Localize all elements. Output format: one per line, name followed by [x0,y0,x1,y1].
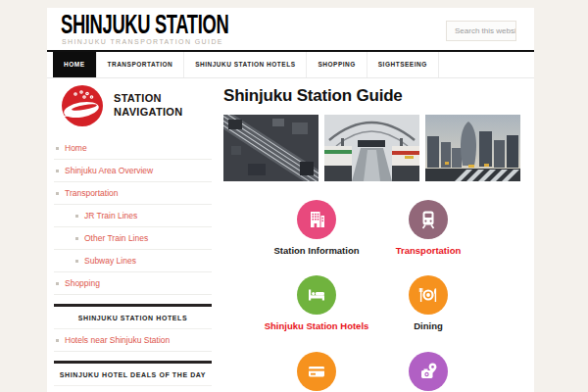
tile-shinjuku-station-hotels: Shinjuku Station Hotels [261,275,372,331]
sidebar-link[interactable]: Subway Lines [84,256,136,266]
widget-shinjuku-station-hotels: SHINJUKU STATION HOTELS Hotels near Shin… [54,304,212,352]
sidebar-link[interactable]: Home [65,143,87,153]
sidebar-link[interactable]: Shinjuku Area Overview [65,166,153,175]
bullet-icon [56,339,59,342]
nav-item-sightseeing[interactable]: SIGHTSEEING [368,52,439,77]
photo-station-platform [324,115,419,181]
bullet-icon [75,215,78,218]
sidebar-item-other-train-lines: Other Train Lines [54,227,212,250]
widget-title: SHINJUKU STATION HOTELS [54,307,212,329]
sidebar-item-home: Home [54,137,212,160]
tile-label[interactable]: Transportation [396,245,462,256]
site-title[interactable]: SHINJUKU STATION [61,10,228,40]
bullet-icon [56,147,59,150]
sidebar-link[interactable]: Hotels near Shinjuku Station [65,335,170,345]
quick-links-grid: Station Information Transportation [261,200,522,392]
nav-item-shopping[interactable]: SHOPPING [307,52,367,77]
main-content: Shinjuku Station Guide [223,86,522,392]
tile-shopping [261,352,372,392]
main-nav: HOME TRANSPORTATION SHINJUKU STATION HOT… [47,50,534,78]
building-icon[interactable] [297,200,336,239]
photo-shinjuku-skyline [425,115,520,181]
tile-transportation: Transportation [372,200,484,256]
site-tagline: SHINJUKU TRANSPORTATION GUIDE [62,38,223,45]
search-input[interactable] [446,21,516,41]
page-card: SHINJUKU STATION SHINJUKU TRANSPORTATION… [47,8,534,392]
tile-label[interactable]: Dining [414,320,443,331]
widget-hotel-deals: SHINJUKU HOTEL DEALS OF THE DAY [54,361,212,386]
logo-text: STATION NAVIGATION [114,92,182,120]
train-icon[interactable] [409,200,448,239]
photo-strip [223,115,522,181]
sidebar-item-hotels-near-shinjuku-station: Hotels near Shinjuku Station [54,329,212,352]
nav-item-transportation[interactable]: TRANSPORTATION [97,52,185,77]
photo-aerial-station-view [223,115,318,181]
bed-icon[interactable] [297,275,336,315]
bullet-icon [56,192,59,195]
tile-label[interactable]: Station Information [273,245,359,256]
tile-dining: Dining [372,275,484,331]
bullet-icon [75,260,78,263]
dining-icon[interactable] [409,275,448,315]
sidebar-menu: Home Shinjuku Area Overview Transportati… [54,137,212,295]
sidebar-item-shinjuku-area-overview: Shinjuku Area Overview [54,160,212,182]
bullet-icon [56,170,59,172]
credit-card-icon[interactable] [297,352,336,391]
station-navigation-logo[interactable]: STATION NAVIGATION [54,83,212,128]
sidebar: STATION NAVIGATION Home Shinjuku Area Ov… [54,83,212,386]
sidebar-item-shopping: Shopping [54,272,212,295]
sidebar-link[interactable]: JR Train Lines [84,211,137,220]
nav-item-home[interactable]: HOME [53,52,97,77]
bullet-icon [56,282,59,285]
sidebar-link[interactable]: Other Train Lines [84,233,148,243]
nav-item-shinjuku-station-hotels[interactable]: SHINJUKU STATION HOTELS [184,52,307,77]
sidebar-link[interactable]: Shopping [65,278,100,288]
widget-title: SHINJUKU HOTEL DEALS OF THE DAY [54,364,212,386]
sidebar-item-jr-train-lines: JR Train Lines [54,205,212,227]
sidebar-link[interactable]: Transportation [65,188,119,198]
page-title: Shinjuku Station Guide [223,86,522,106]
tile-station-information: Station Information [261,200,372,256]
bullet-icon [75,237,78,240]
sidebar-item-transportation: Transportation [54,182,212,205]
camera-map-pin-icon[interactable] [409,352,448,391]
sidebar-item-subway-lines: Subway Lines [54,250,212,272]
tile-label[interactable]: Shinjuku Station Hotels [265,320,369,331]
train-logo-icon [60,83,105,128]
tile-sightseeing [372,352,484,392]
